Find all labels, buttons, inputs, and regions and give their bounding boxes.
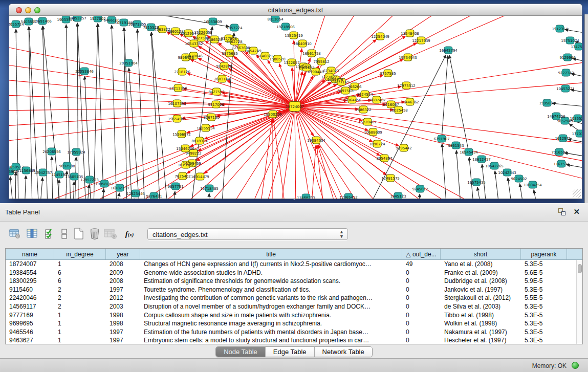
cell-title[interactable]: Estimation of significance thresholds fo…: [140, 277, 402, 286]
table-row[interactable]: 946362711997Embryonic stem cells: a mode…: [6, 336, 576, 344]
cell-in_degree[interactable]: 2: [54, 294, 106, 302]
cell-title[interactable]: Corpus callosum shape and size in male p…: [140, 311, 402, 320]
cell-short[interactable]: Wolkin et al. (1998): [441, 319, 521, 328]
cell-name[interactable]: 9465546: [6, 328, 54, 337]
cell-short[interactable]: Nakamura et al. (1997): [441, 328, 521, 337]
column-header-pagerank[interactable]: pagerank: [521, 249, 567, 259]
cell-name[interactable]: 9463627: [6, 336, 54, 344]
citation-edge[interactable]: [137, 29, 145, 199]
cell-name[interactable]: 9115460: [6, 286, 54, 294]
citation-edge[interactable]: [73, 182, 74, 199]
citation-edge[interactable]: [190, 59, 295, 106]
citation-edge[interactable]: [311, 145, 316, 199]
citation-edge[interactable]: [442, 55, 448, 139]
network-window[interactable]: citations_edges.txt 18724007756382298601…: [9, 4, 582, 199]
splitter-handle[interactable]: ⌃: [292, 199, 297, 203]
cell-out_de[interactable]: 0: [402, 319, 441, 328]
cell-pagerank[interactable]: 5.3E-5: [521, 319, 567, 328]
cell-out_de[interactable]: 0: [402, 302, 441, 311]
cell-year[interactable]: 1997: [106, 336, 140, 344]
citation-edge[interactable]: [295, 106, 460, 199]
cell-short[interactable]: Dudbridge et al. (2008): [441, 277, 521, 286]
cell-pagerank[interactable]: 5.3E-5: [521, 336, 567, 344]
tab-edge-table[interactable]: Edge Table: [266, 347, 315, 357]
table-row[interactable]: 1938455462009Genome-wide association stu…: [6, 269, 576, 277]
table-settings-icon[interactable]: [8, 227, 21, 241]
window-resize-grip[interactable]: [573, 189, 581, 198]
cell-title[interactable]: Investigating the contribution of common…: [140, 294, 402, 302]
table-row[interactable]: 946554611997Estimation of the future num…: [6, 328, 576, 337]
citation-edge[interactable]: [469, 157, 474, 199]
cell-in_degree[interactable]: 1: [54, 260, 106, 269]
citation-edge[interactable]: [40, 178, 42, 199]
cell-pagerank[interactable]: 5.5E-5: [521, 294, 567, 302]
cell-name[interactable]: 9699695: [6, 319, 54, 328]
citation-edge[interactable]: [94, 24, 98, 199]
cell-title[interactable]: Tourette syndrome. Phenomenology and cla…: [140, 286, 402, 294]
citation-edge[interactable]: [295, 106, 362, 199]
column-header-short[interactable]: short: [441, 249, 521, 259]
cell-pagerank[interactable]: 5.3E-5: [521, 286, 567, 294]
cell-pagerank[interactable]: 5.3E-5: [521, 260, 567, 269]
cell-short[interactable]: Yano et al. (2008): [441, 260, 521, 269]
citation-edge[interactable]: [118, 193, 119, 199]
network-window-titlebar[interactable]: citations_edges.txt: [9, 4, 582, 16]
cell-title[interactable]: Disruption of a novel member of a sodium…: [140, 302, 402, 311]
cell-pagerank[interactable]: 5.3E-5: [521, 328, 567, 337]
scrollbar-thumb[interactable]: [578, 264, 582, 273]
table-row[interactable]: 2242004622012Investigating the contribut…: [6, 294, 576, 302]
citation-edge[interactable]: [209, 193, 209, 199]
citation-edge[interactable]: [9, 106, 295, 111]
citation-edge[interactable]: [295, 106, 582, 162]
cell-name[interactable]: 18724007: [6, 260, 54, 269]
citation-edge[interactable]: [456, 150, 461, 199]
cell-short[interactable]: Hescheler et al. (1997): [441, 336, 521, 344]
citation-edge[interactable]: [204, 106, 295, 199]
cell-year[interactable]: 2008: [106, 260, 140, 269]
citation-edge[interactable]: [98, 24, 104, 199]
close-panel-icon[interactable]: ✕: [573, 207, 580, 216]
cell-year[interactable]: 2012: [106, 294, 140, 302]
cell-in_degree[interactable]: 2: [54, 286, 106, 294]
cell-in_degree[interactable]: 2: [54, 302, 106, 311]
cell-year[interactable]: 2009: [106, 269, 140, 277]
function-builder-icon[interactable]: f(x): [123, 227, 136, 241]
citation-edge[interactable]: [419, 194, 420, 199]
float-panel-icon[interactable]: [558, 208, 565, 215]
cell-pagerank[interactable]: 5.6E-5: [521, 269, 567, 277]
citation-edge[interactable]: [9, 95, 295, 106]
citation-edge[interactable]: [227, 81, 295, 106]
cell-pagerank[interactable]: 5.3E-5: [521, 302, 567, 311]
network-canvas[interactable]: 1872400775638229860128891295415226058982…: [9, 16, 582, 199]
cell-out_de[interactable]: 0: [402, 336, 441, 344]
cell-short[interactable]: de Silva et al. (2003): [441, 302, 521, 311]
citation-edge[interactable]: [295, 106, 582, 180]
cell-out_de[interactable]: 0: [402, 269, 441, 277]
cell-out_de[interactable]: 0: [402, 294, 441, 302]
row-selection-icon[interactable]: [43, 227, 57, 241]
cell-short[interactable]: Tibbo et al. (1998): [441, 311, 521, 320]
citation-edge[interactable]: [112, 25, 117, 199]
citation-edge[interactable]: [87, 185, 89, 199]
cell-name[interactable]: 22420046: [6, 294, 54, 302]
cell-in_degree[interactable]: 1: [54, 336, 106, 344]
citation-edge[interactable]: [52, 157, 53, 199]
new-column-icon[interactable]: [72, 227, 85, 241]
column-header-out_de[interactable]: △ out_de...: [402, 249, 441, 259]
cell-year[interactable]: 1998: [106, 319, 140, 328]
cell-title[interactable]: Changes of HCN gene expression and I(f) …: [140, 260, 402, 269]
cell-out_de[interactable]: 0: [402, 277, 441, 286]
table-row[interactable]: 977716911998Corpus callosum shape and si…: [6, 311, 576, 320]
cell-in_degree[interactable]: 1: [54, 328, 106, 337]
cell-out_de[interactable]: 0: [402, 311, 441, 320]
table-row[interactable]: 911546021997Tourette syndrome. Phenomeno…: [6, 286, 576, 294]
cell-year[interactable]: 2003: [106, 302, 140, 311]
citation-edge[interactable]: [77, 23, 86, 199]
citation-edge[interactable]: [534, 190, 538, 199]
citation-edge[interactable]: [15, 172, 16, 199]
citation-edge[interactable]: [552, 103, 582, 107]
cell-title[interactable]: Structural magnetic resonance image aver…: [140, 319, 402, 328]
cell-in_degree[interactable]: 1: [54, 311, 106, 320]
citation-edge[interactable]: [477, 187, 482, 199]
column-header-name[interactable]: name: [6, 249, 54, 259]
